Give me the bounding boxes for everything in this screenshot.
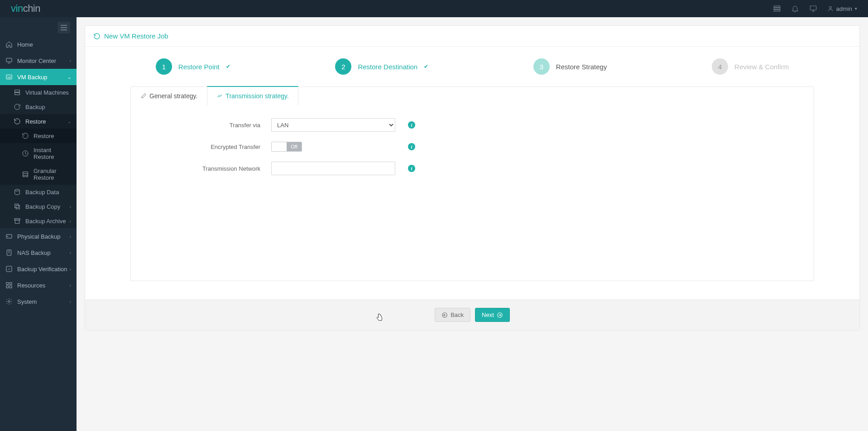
archive-icon — [14, 217, 21, 225]
chevron-down-icon: ⌄ — [67, 119, 71, 124]
chevron-down-icon: ⌄ — [67, 75, 71, 80]
home-icon — [5, 41, 13, 48]
step-4-label: Review & Confirm — [734, 63, 789, 71]
svg-point-17 — [15, 189, 20, 191]
brand-pre: vin — [11, 3, 23, 14]
vm-icon: VM — [5, 73, 13, 81]
nav-instant-restore-label: Instant Restore — [34, 147, 71, 160]
pencil-icon — [140, 93, 147, 99]
copy-icon — [14, 203, 21, 210]
user-menu[interactable]: admin ▾ — [827, 5, 857, 12]
nav-instant-restore[interactable]: Instant Restore — [0, 143, 77, 164]
display-icon[interactable] — [809, 5, 817, 13]
svg-rect-14 — [23, 172, 28, 177]
svg-rect-3 — [810, 6, 816, 10]
wizard-steps: 1 Restore Point ✔ 2 Restore Destination … — [85, 47, 859, 86]
nav-physical-backup[interactable]: Physical Backup ‹ — [0, 228, 77, 244]
step-3-label: Restore Strategy — [556, 63, 607, 71]
brand-logo: vinchin — [11, 3, 40, 14]
sidebar-toggle-button[interactable] — [58, 22, 70, 34]
nas-icon — [5, 249, 13, 256]
chevron-left-icon: ‹ — [70, 299, 71, 304]
info-icon[interactable]: i — [408, 121, 415, 129]
bell-icon[interactable] — [791, 5, 799, 13]
step-restore-destination[interactable]: 2 Restore Destination ✔ — [335, 58, 428, 75]
svg-text:VM: VM — [7, 76, 11, 79]
nav-system[interactable]: System ‹ — [0, 293, 77, 310]
step-1-number: 1 — [156, 58, 172, 75]
info-icon[interactable]: i — [408, 143, 415, 150]
back-button[interactable]: Back — [435, 308, 470, 322]
nav-backup-archive-label: Backup Archive — [25, 218, 66, 225]
chevron-left-icon: ‹ — [70, 234, 71, 239]
back-button-label: Back — [451, 311, 464, 318]
chevron-left-icon: ‹ — [70, 283, 71, 288]
main-area: New VM Restore Job 1 Restore Point ✔ 2 R… — [77, 0, 868, 431]
restore-header-icon — [93, 33, 101, 40]
svg-rect-18 — [16, 205, 19, 209]
step-restore-point[interactable]: 1 Restore Point ✔ — [156, 58, 230, 75]
panel-header: New VM Restore Job — [85, 26, 859, 47]
svg-rect-7 — [6, 58, 12, 62]
svg-rect-12 — [15, 93, 20, 95]
nav-vm-backup[interactable]: VM VM Backup ⌄ — [0, 69, 77, 85]
step-2-label: Restore Destination — [358, 63, 417, 71]
chevron-left-icon: ‹ — [70, 250, 71, 255]
nav-backup[interactable]: Backup — [0, 100, 77, 114]
nav-backup-verification[interactable]: Backup Verification ‹ — [0, 261, 77, 277]
tab-general-label: General strategy. — [149, 92, 197, 100]
next-button[interactable]: Next — [475, 308, 510, 322]
info-icon[interactable]: i — [408, 165, 415, 172]
brand-post: chin — [23, 3, 40, 14]
verify-icon — [5, 265, 13, 273]
chevron-left-icon: ‹ — [70, 204, 71, 209]
list-icon[interactable] — [773, 5, 781, 13]
nav-resources[interactable]: Resources ‹ — [0, 277, 77, 293]
panel-title: New VM Restore Job — [104, 32, 168, 40]
nav-backup-copy[interactable]: Backup Copy ‹ — [0, 199, 77, 214]
next-button-label: Next — [482, 311, 494, 318]
svg-rect-1 — [774, 8, 780, 10]
nav-backup-verification-label: Backup Verification — [17, 266, 67, 273]
data-icon — [14, 188, 21, 196]
step-restore-strategy[interactable]: 3 Restore Strategy — [533, 58, 607, 75]
monitor-icon — [5, 57, 13, 64]
tab-transmission-strategy[interactable]: Transmission strategy. — [207, 86, 298, 105]
backup-icon — [14, 103, 21, 110]
chevron-left-icon: ‹ — [70, 58, 71, 63]
nav-resources-label: Resources — [17, 282, 45, 289]
sidebar: Home Monitor Center ‹ VM VM Backup ⌄ Vir… — [0, 17, 77, 431]
arrow-left-circle-icon — [441, 312, 448, 318]
nav-virtual-machines[interactable]: Virtual Machines — [0, 85, 77, 100]
nav-restore-item[interactable]: Restore — [0, 129, 77, 143]
resources-icon — [5, 282, 13, 289]
select-transfer-via[interactable]: LAN — [271, 118, 395, 132]
check-icon: ✔ — [424, 63, 428, 70]
restore-small-icon — [22, 132, 29, 139]
toggle-encrypted-transfer[interactable]: Off — [271, 142, 302, 152]
input-transmission-network[interactable] — [271, 162, 395, 175]
nav-home-label: Home — [17, 41, 33, 48]
nav-nas-backup[interactable]: NAS Backup ‹ — [0, 244, 77, 261]
chevron-down-icon: ▾ — [855, 6, 857, 11]
svg-point-23 — [7, 236, 8, 236]
nav-backup-data-label: Backup Data — [25, 189, 59, 196]
nav-backup-archive[interactable]: Backup Archive ‹ — [0, 214, 77, 228]
step-review-confirm[interactable]: 4 Review & Confirm — [712, 58, 789, 75]
physical-icon — [5, 233, 13, 240]
nav-granular-restore-label: Granular Restore — [34, 168, 71, 181]
nav-monitor[interactable]: Monitor Center ‹ — [0, 53, 77, 69]
svg-rect-21 — [15, 220, 19, 223]
svg-rect-0 — [774, 6, 780, 7]
chevron-left-icon: ‹ — [70, 267, 71, 272]
nav-backup-copy-label: Backup Copy — [25, 203, 60, 210]
tab-transmission-label: Transmission strategy. — [225, 92, 288, 100]
tab-general-strategy[interactable]: General strategy. — [131, 86, 207, 105]
step-4-number: 4 — [712, 58, 728, 75]
nav-restore[interactable]: Restore ⌄ — [0, 114, 77, 129]
nav-backup-data[interactable]: Backup Data — [0, 185, 77, 199]
nav-granular-restore[interactable]: Granular Restore — [0, 164, 77, 185]
restore-panel: New VM Restore Job 1 Restore Point ✔ 2 R… — [85, 25, 860, 330]
toggle-off-label: Off — [287, 142, 302, 151]
nav-home[interactable]: Home — [0, 36, 77, 53]
